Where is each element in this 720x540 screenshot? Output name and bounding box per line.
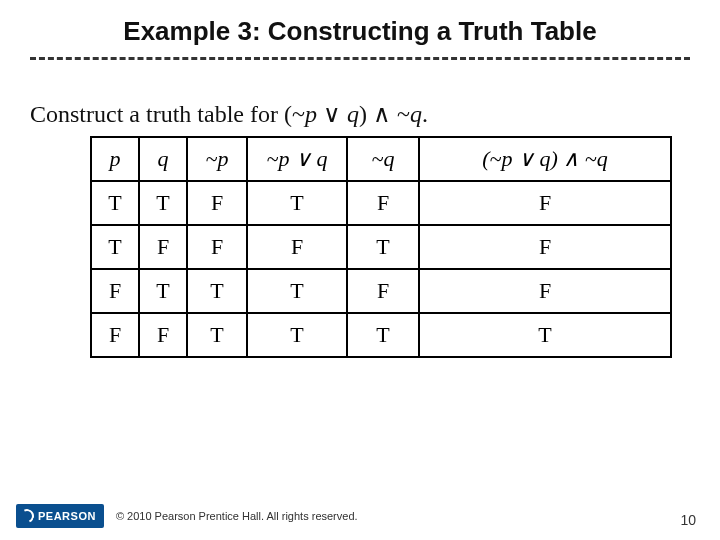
cell: F: [139, 313, 187, 357]
instr-var-q2: q: [410, 101, 422, 127]
cell: F: [139, 225, 187, 269]
cell: F: [187, 181, 247, 225]
truth-table-container: p q ~p ~p ∨ q ~q (~p ∨ q) ∧ ~q T T F T F…: [0, 136, 720, 358]
cell: F: [187, 225, 247, 269]
table-header-row: p q ~p ~p ∨ q ~q (~p ∨ q) ∧ ~q: [91, 137, 671, 181]
cell: T: [419, 313, 671, 357]
table-row: T T F T F F: [91, 181, 671, 225]
cell: T: [139, 181, 187, 225]
table-row: F F T T T T: [91, 313, 671, 357]
cell: T: [347, 225, 419, 269]
brand-badge: PEARSON: [16, 504, 104, 528]
cell: F: [419, 225, 671, 269]
cell: T: [247, 269, 347, 313]
instr-var-q: q: [347, 101, 359, 127]
cell: T: [187, 313, 247, 357]
cell: F: [91, 313, 139, 357]
col-not-p: ~p: [187, 137, 247, 181]
brand-text: PEARSON: [38, 510, 96, 522]
instr-part: .: [422, 101, 428, 127]
cell: T: [347, 313, 419, 357]
col-result: (~p ∨ q) ∧ ~q: [419, 137, 671, 181]
cell: T: [247, 313, 347, 357]
table-row: F T T T F F: [91, 269, 671, 313]
cell: T: [247, 181, 347, 225]
copyright-text: © 2010 Pearson Prentice Hall. All rights…: [116, 510, 358, 522]
truth-table: p q ~p ~p ∨ q ~q (~p ∨ q) ∧ ~q T T F T F…: [90, 136, 672, 358]
footer: PEARSON © 2010 Pearson Prentice Hall. Al…: [0, 502, 720, 530]
instr-part: ∨: [317, 101, 347, 127]
cell: F: [419, 181, 671, 225]
instr-part: Construct a truth table for (~: [30, 101, 305, 127]
page-title: Example 3: Constructing a Truth Table: [0, 0, 720, 57]
cell: F: [247, 225, 347, 269]
cell: T: [91, 225, 139, 269]
cell: F: [347, 269, 419, 313]
instr-part: ) ∧ ~: [359, 101, 410, 127]
instruction-text: Construct a truth table for (~p ∨ q) ∧ ~…: [0, 60, 720, 136]
instr-var-p: p: [305, 101, 317, 127]
cell: F: [91, 269, 139, 313]
col-p: p: [91, 137, 139, 181]
table-body: T T F T F F T F F F T F F T T T F F: [91, 181, 671, 357]
cell: T: [91, 181, 139, 225]
table-row: T F F F T F: [91, 225, 671, 269]
cell: F: [419, 269, 671, 313]
cell: F: [347, 181, 419, 225]
col-q: q: [139, 137, 187, 181]
col-np-or-q: ~p ∨ q: [247, 137, 347, 181]
pearson-arc-icon: [18, 507, 36, 525]
page-number: 10: [680, 512, 696, 528]
cell: T: [187, 269, 247, 313]
cell: T: [139, 269, 187, 313]
col-not-q: ~q: [347, 137, 419, 181]
